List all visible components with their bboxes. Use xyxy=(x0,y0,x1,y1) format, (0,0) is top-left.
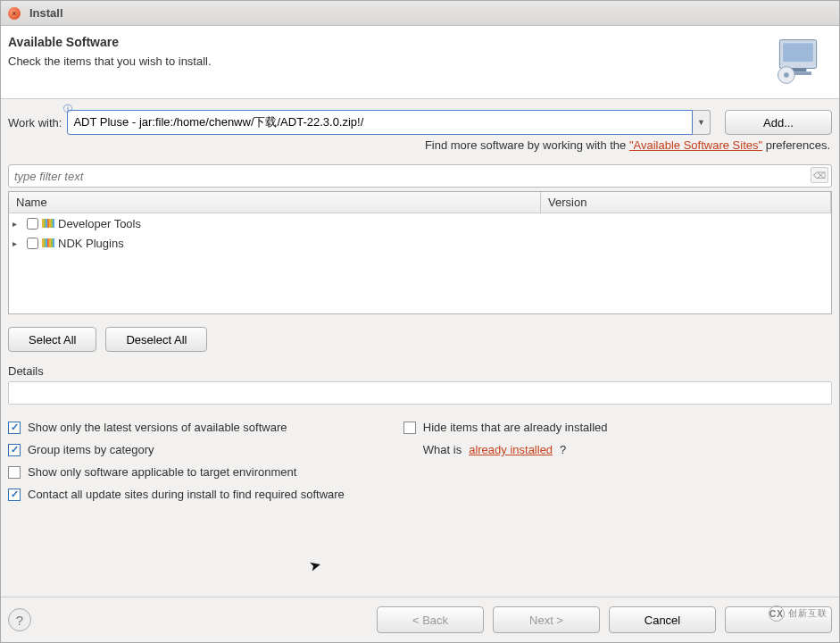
expand-icon[interactable]: ▸ xyxy=(12,219,21,229)
opt-show-latest[interactable]: Show only the latest versions of availab… xyxy=(8,421,345,434)
opt-label: Group items by category xyxy=(28,443,154,456)
filter-input[interactable] xyxy=(8,164,832,188)
info-decorator-icon: ⓘ xyxy=(63,103,72,115)
opt-label: Show only software applicable to target … xyxy=(28,465,296,479)
details-box[interactable] xyxy=(8,381,832,405)
checkbox-icon[interactable] xyxy=(8,422,21,434)
tree-row[interactable]: ▸ NDK Plugins xyxy=(9,233,831,253)
category-icon xyxy=(42,219,54,228)
sites-hint-suffix: preferences. xyxy=(762,138,830,152)
expand-icon[interactable]: ▸ xyxy=(12,238,21,248)
svg-point-5 xyxy=(784,72,789,78)
cancel-button[interactable]: Cancel xyxy=(609,606,716,633)
col-name[interactable]: Name xyxy=(9,192,541,213)
opt-label: Hide items that are already installed xyxy=(423,421,608,434)
content: Work with: ⓘ ▼ Add... Find more software… xyxy=(1,99,839,597)
select-all-button[interactable]: Select All xyxy=(8,327,96,352)
row-checkbox[interactable] xyxy=(27,238,38,249)
work-with-dropdown[interactable]: ▼ xyxy=(693,110,711,135)
back-button[interactable]: < Back xyxy=(377,606,484,633)
options-right: Hide items that are already installed Wh… xyxy=(398,421,608,501)
tree-row[interactable]: ▸ Developer Tools xyxy=(9,213,831,233)
opt-whatis: What is already installed ? xyxy=(403,443,608,456)
opt-contact-sites[interactable]: Contact all update sites during install … xyxy=(8,488,345,501)
opt-hide-installed[interactable]: Hide items that are already installed xyxy=(403,421,608,434)
page-subtitle: Check the items that you wish to install… xyxy=(8,54,212,68)
window-title: Install xyxy=(29,6,63,20)
checkbox-icon[interactable] xyxy=(8,489,21,501)
options-left: Show only the latest versions of availab… xyxy=(8,421,345,501)
checkbox-icon[interactable] xyxy=(8,444,21,456)
tree-header: Name Version xyxy=(9,192,831,213)
checkbox-icon[interactable] xyxy=(8,466,21,479)
filter-wrap: ⌫ xyxy=(8,164,832,188)
install-icon xyxy=(771,35,825,91)
row-label: NDK Plugins xyxy=(58,237,124,250)
selection-buttons: Select All Deselect All xyxy=(8,327,832,352)
available-sites-link[interactable]: "Available Software Sites" xyxy=(629,138,762,152)
clear-filter-icon[interactable]: ⌫ xyxy=(811,167,828,183)
row-checkbox[interactable] xyxy=(27,218,38,230)
sites-hint-prefix: Find more software by working with the xyxy=(425,138,629,152)
titlebar: × Install xyxy=(1,1,839,26)
watermark: CX 创新互联 xyxy=(769,605,828,622)
deselect-all-button[interactable]: Deselect All xyxy=(105,327,207,352)
work-with-label: Work with: xyxy=(8,116,62,129)
next-button[interactable]: Next > xyxy=(493,606,600,633)
opt-label: Contact all update sites during install … xyxy=(28,488,345,501)
svg-rect-1 xyxy=(783,43,813,62)
work-with-input[interactable] xyxy=(67,110,693,135)
page-title: Available Software xyxy=(8,35,212,49)
whatis-suffix: ? xyxy=(560,443,566,456)
whatis-prefix: What is xyxy=(423,443,462,456)
watermark-text: 创新互联 xyxy=(788,607,828,620)
row-label: Developer Tools xyxy=(58,217,141,230)
close-icon[interactable]: × xyxy=(8,7,21,20)
nav-buttons: < Back Next > Cancel xyxy=(377,606,832,633)
options: Show only the latest versions of availab… xyxy=(8,421,832,501)
help-icon[interactable]: ? xyxy=(8,608,31,631)
add-button[interactable]: Add... xyxy=(725,110,832,135)
opt-label: Show only the latest versions of availab… xyxy=(28,421,287,434)
opt-group-category[interactable]: Group items by category xyxy=(8,443,345,456)
tree-body[interactable]: ▸ Developer Tools ▸ NDK Plugins xyxy=(9,213,831,313)
col-version[interactable]: Version xyxy=(541,192,831,213)
category-icon xyxy=(42,238,54,247)
opt-applicable[interactable]: Show only software applicable to target … xyxy=(8,465,345,479)
checkbox-icon[interactable] xyxy=(403,422,416,434)
details-label: Details xyxy=(8,364,832,378)
header: Available Software Check the items that … xyxy=(1,26,839,99)
watermark-icon: CX xyxy=(769,605,785,622)
software-tree: Name Version ▸ Developer Tools ▸ NDK Plu… xyxy=(8,191,832,314)
already-installed-link[interactable]: already installed xyxy=(469,443,553,456)
sites-hint: Find more software by working with the "… xyxy=(8,138,832,152)
bottom-bar: ? < Back Next > Cancel xyxy=(1,597,839,642)
work-with-row: Work with: ⓘ ▼ Add... xyxy=(8,110,832,135)
